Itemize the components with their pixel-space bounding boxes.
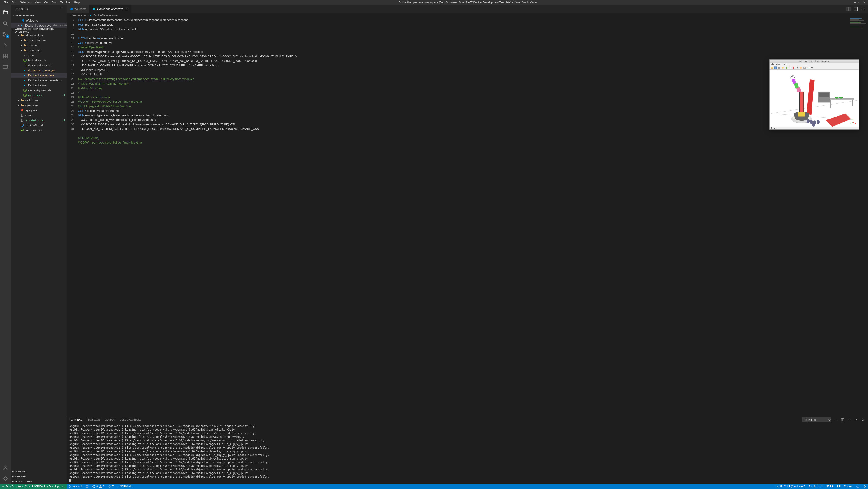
panel-tab-terminal[interactable]: TERMINAL: [69, 417, 82, 422]
remote-activity[interactable]: [0, 62, 11, 72]
ports-indicator[interactable]: 7: [106, 485, 116, 488]
menu-run[interactable]: Run: [50, 1, 58, 4]
folder-item[interactable]: .devcontainer: [11, 33, 67, 38]
openrave-menu-help[interactable]: Help: [783, 63, 787, 65]
close-panel-icon[interactable]: ✕: [861, 418, 865, 422]
openrave-menu-file[interactable]: File: [771, 63, 774, 65]
svg-rect-27: [850, 26, 859, 26]
maximize-panel-icon[interactable]: ^: [854, 418, 859, 422]
panel-tab-output[interactable]: OUTPUT: [105, 417, 115, 422]
bell-icon[interactable]: [861, 485, 868, 488]
folder-item[interactable]: catkin_ws: [11, 98, 67, 103]
window-title: Dockerfile.openrave - workspace [Dev Con…: [81, 1, 854, 4]
search-activity[interactable]: [0, 18, 11, 29]
tool-box-icon[interactable]: [803, 66, 806, 69]
extensions-activity[interactable]: [0, 51, 11, 62]
more-icon[interactable]: ⋯: [61, 7, 63, 10]
file-item[interactable]: run_ros.shU: [11, 93, 67, 98]
sync-indicator[interactable]: [84, 485, 90, 488]
language-mode[interactable]: Docker: [842, 485, 855, 488]
tool-plus-blue-icon[interactable]: [789, 66, 792, 69]
minimap[interactable]: [850, 18, 868, 63]
outline-header[interactable]: OUTLINE: [11, 469, 67, 474]
new-terminal-icon[interactable]: +: [834, 418, 838, 422]
account-activity[interactable]: [0, 462, 11, 473]
tab-size[interactable]: Tab Size: 4: [807, 485, 824, 488]
openrave-titlebar[interactable]: OpenRAVE 0.62.2 (Stable Release): [770, 60, 859, 63]
file-item[interactable]: fclstatistics.logU: [11, 118, 67, 123]
settings-activity[interactable]: [0, 473, 11, 484]
file-item[interactable]: README.md: [11, 123, 67, 128]
npm-header[interactable]: NPM SCRIPTS: [11, 479, 67, 484]
compare-icon[interactable]: [846, 7, 851, 11]
file-item[interactable]: Dockerfile.ros: [11, 83, 67, 88]
timeline-header[interactable]: TIMELINE: [11, 474, 67, 479]
tool-home-icon[interactable]: [778, 66, 780, 69]
file-item[interactable]: build-deps.sh: [11, 58, 67, 63]
more-icon[interactable]: ⋯: [861, 7, 865, 11]
remote-indicator[interactable]: Dev Container: OpenRAVE Docker Developme…: [0, 484, 67, 489]
file-item[interactable]: Dockerfile.openrave: [11, 73, 67, 78]
menu-go[interactable]: Go: [42, 1, 50, 4]
cursor-position[interactable]: Ln 21, Col 3 (1 selected): [774, 485, 807, 488]
debug-activity[interactable]: [0, 40, 11, 51]
tool-open-icon[interactable]: [771, 66, 773, 69]
kill-terminal-icon[interactable]: [847, 418, 852, 422]
panel-tab-debug-console[interactable]: DEBUG CONSOLE: [120, 417, 142, 422]
tool-plus-green-icon[interactable]: [785, 66, 788, 69]
explorer-activity[interactable]: [0, 7, 11, 18]
menu-file[interactable]: File: [2, 1, 10, 4]
menu-terminal[interactable]: Terminal: [58, 1, 72, 4]
breadcrumb[interactable]: .devcontainer › Dockerfile.openrave: [67, 13, 868, 18]
tool-cursor-icon[interactable]: [796, 66, 799, 69]
editor-content[interactable]: 7891011121314151617181920212223242526272…: [67, 18, 868, 416]
terminal-output[interactable]: osgDB::ReaderWriterIV::readNode() File /…: [67, 423, 868, 484]
open-editors-header[interactable]: OPEN EDITORS: [11, 13, 67, 18]
feedback-icon[interactable]: [855, 485, 861, 488]
folder-item[interactable]: .bash_history: [11, 38, 67, 43]
split-terminal-icon[interactable]: [840, 418, 845, 422]
tool-hand-icon[interactable]: [800, 66, 802, 69]
maximize-icon[interactable]: □: [859, 1, 860, 4]
menu-help[interactable]: Help: [72, 1, 82, 4]
panel-tab-problems[interactable]: PROBLEMS: [87, 417, 100, 422]
open-editor-item[interactable]: Welcome: [11, 18, 67, 23]
encoding[interactable]: UTF-8: [824, 485, 835, 488]
tool-axis-icon[interactable]: [807, 66, 809, 69]
folder-item[interactable]: .ipython: [11, 43, 67, 48]
file-item[interactable]: docker-compose.yml: [11, 68, 67, 73]
tool-save-icon[interactable]: [774, 66, 777, 69]
split-icon[interactable]: [854, 7, 858, 11]
openrave-menu-view[interactable]: View: [776, 63, 780, 65]
tool-light-icon[interactable]: [781, 66, 784, 69]
folder-item[interactable]: .openrave: [11, 48, 67, 53]
file-item[interactable]: Dockerfile.openrave-deps: [11, 78, 67, 83]
menu-selection[interactable]: Selection: [18, 1, 33, 4]
eol[interactable]: LF: [835, 485, 842, 488]
openrave-window[interactable]: OpenRAVE 0.62.2 (Stable Release) File Vi…: [769, 59, 859, 130]
terminal-select[interactable]: 1: python: [802, 417, 831, 422]
openrave-viewport[interactable]: [770, 70, 859, 127]
file-item[interactable]: ros_entrypoint.sh: [11, 88, 67, 93]
open-editor-item[interactable]: ✕Dockerfile.openrave.devcontainer: [11, 23, 67, 28]
branch-indicator[interactable]: master*: [67, 485, 84, 488]
file-item[interactable]: core: [11, 113, 67, 118]
file-item[interactable]: .gitignore: [11, 108, 67, 113]
editor-tab[interactable]: Welcome: [67, 5, 90, 13]
errors-indicator[interactable]: 0 0: [90, 485, 106, 488]
folder-item[interactable]: openrave: [11, 103, 67, 108]
file-item[interactable]: .env: [11, 53, 67, 58]
workspace-header[interactable]: WORKSPACE [DEV CONTAINER: OPENRAV...: [11, 28, 67, 33]
tool-camera-icon[interactable]: [810, 66, 813, 69]
file-item[interactable]: devcontainer.json: [11, 63, 67, 68]
editor-tab[interactable]: Dockerfile.openrave✕: [90, 5, 131, 13]
svg-point-61: [69, 487, 70, 488]
menu-view[interactable]: View: [33, 1, 42, 4]
menu-edit[interactable]: Edit: [10, 1, 18, 4]
close-icon[interactable]: ✕: [863, 1, 865, 4]
file-item[interactable]: set_xauth.sh: [11, 128, 67, 133]
minimize-icon[interactable]: ─: [854, 1, 856, 4]
tool-plus-red-icon[interactable]: [792, 66, 795, 69]
close-tab-icon[interactable]: ✕: [125, 7, 128, 11]
scm-activity[interactable]: 2: [0, 29, 11, 40]
